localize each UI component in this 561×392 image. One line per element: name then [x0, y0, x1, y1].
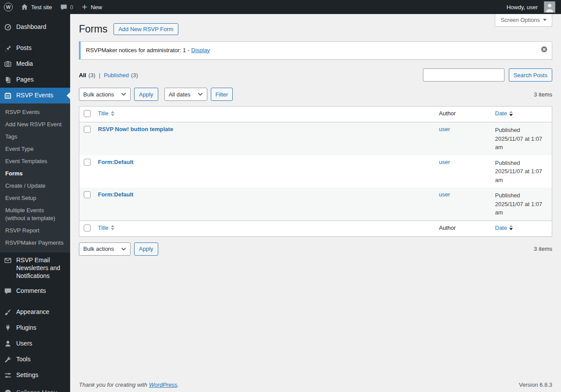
sidebar-item-pages[interactable]: Pages — [0, 72, 70, 88]
sidebar-item-tools[interactable]: Tools — [0, 352, 70, 367]
submenu-item-rsvp-report[interactable]: RSVP Report — [0, 225, 70, 237]
apply-button[interactable]: Apply — [134, 242, 158, 256]
dismiss-notice-button[interactable] — [540, 46, 548, 53]
row-checkbox[interactable] — [84, 159, 91, 166]
bulk-actions-select[interactable]: Bulk actions — [79, 88, 131, 101]
pushpin-icon — [4, 44, 12, 53]
notice-text: RSVPMaker notices for administrator: 1 - — [86, 47, 189, 53]
row-date: 2025/11/07 at 1:07 am — [495, 167, 548, 184]
row-author-link[interactable]: user — [439, 126, 450, 132]
submenu-item-add-new-rsvp-event[interactable]: Add New RSVP Event — [0, 118, 70, 131]
new-label: New — [91, 4, 102, 11]
wordpress-link[interactable]: WordPress — [149, 381, 177, 388]
row-title-link[interactable]: Form:Default — [98, 159, 134, 165]
filter-published-link[interactable]: Published — [104, 72, 129, 78]
row-title-link[interactable]: RSVP Now! button template — [98, 126, 174, 132]
sidebar-item-rsvp-email[interactable]: RSVP Email Newsletters and Notifications — [0, 253, 70, 283]
sort-arrows-icon — [111, 225, 114, 230]
submenu-item-forms[interactable]: Forms — [0, 167, 70, 180]
submenu-item-rsvpmaker-payments[interactable]: RSVPMaker Payments — [0, 237, 70, 249]
wrench-icon — [4, 355, 12, 364]
site-name-label: Test site — [31, 4, 52, 11]
pages-icon — [4, 75, 12, 84]
media-icon — [4, 60, 12, 68]
chevron-down-icon — [198, 93, 203, 96]
sidebar-item-users[interactable]: Users — [0, 336, 70, 352]
howdy-label: Howdy, user — [507, 4, 538, 11]
add-new-rsvp-form-button[interactable]: Add New RSVP Form — [114, 23, 178, 35]
row-status: Published — [495, 159, 548, 167]
sidebar-item-appearance[interactable]: Appearance — [0, 304, 70, 320]
list-controls-row: All (3) | Published (3) Search Posts — [79, 68, 552, 82]
row-title-link[interactable]: Form:Default — [98, 191, 134, 198]
page-header: Forms Add New RSVP Form — [79, 14, 552, 36]
search-posts-button[interactable]: Search Posts — [509, 68, 552, 82]
sidebar-item-plugins[interactable]: Plugins — [0, 320, 70, 336]
footer-thanks: Thank you for creating withWordPress. — [79, 381, 179, 388]
sidebar-item-posts[interactable]: Posts — [0, 40, 70, 56]
status-filter-links: All (3) | Published (3) — [79, 72, 138, 78]
user-icon — [4, 339, 12, 348]
row-status: Published — [495, 126, 548, 135]
submenu-item-tags[interactable]: Tags — [0, 131, 70, 143]
sidebar-item-rsvp-events[interactable]: RSVP Events — [0, 88, 70, 103]
sidebar-item-label: Tools — [16, 355, 31, 363]
select-all-checkbox[interactable] — [84, 110, 91, 117]
notice-display-link[interactable]: Display — [191, 47, 210, 53]
admin-notice: RSVPMaker notices for administrator: 1 -… — [79, 41, 552, 60]
sidebar-item-dashboard[interactable]: Dashboard — [0, 19, 70, 35]
filter-separator: | — [99, 72, 100, 78]
comments-icon — [4, 287, 12, 296]
submenu-item-rsvp-events[interactable]: RSVP Events — [0, 106, 70, 118]
sort-by-title-header[interactable]: Title — [98, 110, 114, 117]
search-input[interactable] — [423, 68, 504, 82]
envelope-icon — [4, 256, 12, 265]
sidebar-item-comments[interactable]: Comments — [0, 283, 70, 299]
sidebar-item-label: Comments — [16, 287, 46, 295]
submenu-item-event-type[interactable]: Event Type — [0, 143, 70, 155]
sidebar-item-label: Plugins — [16, 324, 36, 331]
screen-options-tab[interactable]: Screen Options — [495, 14, 552, 27]
wordpress-logo-icon: W — [4, 3, 13, 11]
filter-button[interactable]: Filter — [211, 88, 233, 101]
tablenav-top: Bulk actions Apply All dates Filter 3 it… — [79, 88, 552, 101]
submenu-item-event-setup[interactable]: Event Setup — [0, 192, 70, 204]
sidebar-item-settings[interactable]: Settings — [0, 367, 70, 383]
row-date: 2025/11/07 at 1:07 am — [495, 200, 548, 217]
row-author-link[interactable]: user — [439, 191, 450, 198]
collapse-menu-button[interactable]: Collapse Menu — [0, 385, 70, 392]
sidebar-item-media[interactable]: Media — [0, 56, 70, 72]
paintbrush-icon — [4, 308, 12, 317]
avatar — [544, 1, 555, 13]
sort-by-date-header[interactable]: Date — [495, 110, 513, 117]
comments-menu[interactable]: 0 — [56, 0, 77, 14]
submenu-item-create-update[interactable]: Create / Update — [0, 180, 70, 192]
date-filter-group: All dates Filter — [164, 88, 233, 101]
row-author-link[interactable]: user — [439, 159, 450, 165]
apply-button[interactable]: Apply — [134, 88, 158, 101]
sort-by-date-header[interactable]: Date — [495, 225, 513, 231]
plug-icon — [4, 324, 12, 332]
sidebar-item-label: Media — [16, 60, 33, 68]
all-dates-select[interactable]: All dates — [164, 88, 207, 101]
wp-logo-menu[interactable]: W — [0, 0, 17, 14]
filter-all-link[interactable]: All — [79, 72, 86, 78]
sidebar-item-label: Appearance — [16, 308, 50, 316]
row-checkbox[interactable] — [84, 126, 91, 133]
submenu-item-multiple-events[interactable]: Multiple Events (without a template) — [0, 204, 70, 225]
select-all-checkbox[interactable] — [84, 225, 91, 232]
my-account-menu[interactable]: Howdy, user — [503, 0, 559, 14]
admin-bar-right: Howdy, user — [503, 0, 561, 14]
row-date: 2025/11/07 at 1:07 am — [495, 135, 548, 152]
bulk-actions-select[interactable]: Bulk actions — [79, 242, 131, 256]
tablenav-bottom: Bulk actions Apply 3 items — [79, 242, 552, 256]
table-footer-row: Title Author Date — [79, 221, 552, 236]
filter-all-count: (3) — [89, 72, 96, 78]
submenu-item-event-templates[interactable]: Event Templates — [0, 155, 70, 167]
sort-by-title-header[interactable]: Title — [98, 225, 114, 231]
new-menu[interactable]: New — [77, 0, 106, 14]
row-checkbox[interactable] — [84, 191, 91, 198]
sort-arrows-icon — [111, 111, 114, 116]
sidebar-item-label: Pages — [16, 75, 34, 83]
site-name-menu[interactable]: Test site — [17, 0, 56, 14]
